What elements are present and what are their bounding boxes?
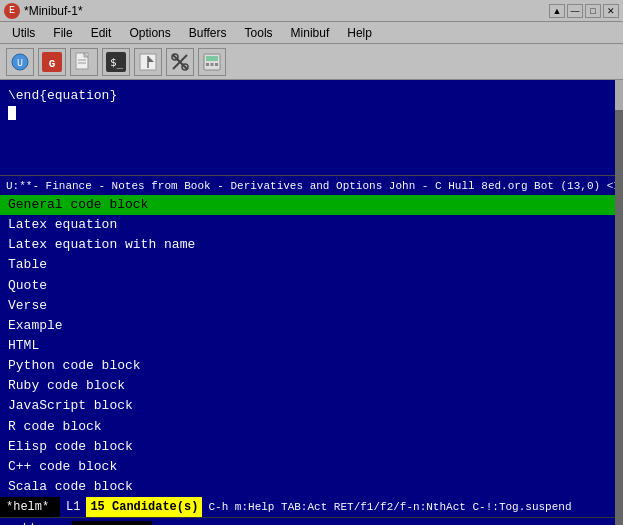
completion-item[interactable]: Table xyxy=(0,255,615,275)
title-bar: E *Minibuf-1* ▲ — □ ✕ xyxy=(0,0,623,22)
menu-utils[interactable]: Utils xyxy=(4,24,43,42)
file-toolbar-btn[interactable] xyxy=(70,48,98,76)
window-title: *Minibuf-1* xyxy=(24,4,83,18)
main-content: \end{equation} U:**- Finance - Notes fro… xyxy=(0,80,623,525)
completion-item[interactable]: R code block xyxy=(0,417,615,437)
svg-rect-20 xyxy=(211,63,214,66)
editor-line-1: \end{equation} xyxy=(8,86,609,106)
status-text: U:**- Finance - Notes from Book - Deriva… xyxy=(6,180,617,192)
scrollbar[interactable] xyxy=(615,80,623,525)
editor-line-2 xyxy=(8,106,609,127)
title-bar-left: E *Minibuf-1* xyxy=(4,3,83,19)
mini-status-bar: *helm* L1 15 Candidate(s) C-h m:Help TAB… xyxy=(0,497,623,517)
svg-rect-19 xyxy=(206,63,209,66)
key-hints: C-h m:Help TAB:Act RET/f1/f2/f-n:NthAct … xyxy=(202,501,623,513)
pattern-line[interactable]: pattern: xyxy=(0,517,623,525)
menu-options[interactable]: Options xyxy=(121,24,178,42)
menu-bar: Utils File Edit Options Buffers Tools Mi… xyxy=(0,22,623,44)
svg-rect-18 xyxy=(206,56,218,61)
status-bar: U:**- Finance - Notes from Book - Deriva… xyxy=(0,175,623,195)
menu-minibuf[interactable]: Minibuf xyxy=(283,24,338,42)
completion-item[interactable]: C++ code block xyxy=(0,457,615,477)
export-toolbar-btn[interactable] xyxy=(134,48,162,76)
svg-rect-21 xyxy=(215,63,218,66)
completion-item[interactable]: Scala code block xyxy=(0,477,615,497)
completion-item[interactable]: Latex equation with name xyxy=(0,235,615,255)
completion-list: General code blockLatex equationLatex eq… xyxy=(0,195,623,497)
app-icon: E xyxy=(4,3,20,19)
close-button[interactable]: ✕ xyxy=(603,4,619,18)
helm-line-number: L1 xyxy=(60,500,86,514)
completion-item[interactable]: Verse xyxy=(0,296,615,316)
svg-text:U: U xyxy=(17,58,23,69)
minimize-button[interactable]: ▲ xyxy=(549,4,565,18)
completion-item[interactable]: General code block xyxy=(0,195,615,215)
svg-text:G: G xyxy=(49,58,56,70)
menu-buffers[interactable]: Buffers xyxy=(181,24,235,42)
text-cursor xyxy=(8,106,16,120)
calculator-toolbar-btn[interactable] xyxy=(198,48,226,76)
svg-text:$_: $_ xyxy=(110,56,124,69)
menu-tools[interactable]: Tools xyxy=(237,24,281,42)
window-controls: ▲ — □ ✕ xyxy=(549,4,619,18)
completion-item[interactable]: JavaScript block xyxy=(0,396,615,416)
git-toolbar-btn[interactable]: G xyxy=(38,48,66,76)
menu-edit[interactable]: Edit xyxy=(83,24,120,42)
completion-item[interactable]: Elisp code block xyxy=(0,437,615,457)
completion-item[interactable]: Latex equation xyxy=(0,215,615,235)
scissors-toolbar-btn[interactable] xyxy=(166,48,194,76)
terminal-toolbar-btn[interactable]: $_ xyxy=(102,48,130,76)
completion-item[interactable]: Python code block xyxy=(0,356,615,376)
completion-item[interactable]: Example xyxy=(0,316,615,336)
minimize-button2[interactable]: — xyxy=(567,4,583,18)
helm-buffer-name: *helm* xyxy=(0,497,60,517)
maximize-button[interactable]: □ xyxy=(585,4,601,18)
completion-item[interactable]: Ruby code block xyxy=(0,376,615,396)
pattern-input[interactable] xyxy=(72,521,152,525)
editor-area[interactable]: \end{equation} xyxy=(0,80,623,175)
utils-toolbar-btn[interactable]: U xyxy=(6,48,34,76)
pattern-label: pattern: xyxy=(6,521,68,525)
toolbar: U G $_ xyxy=(0,44,623,80)
candidates-badge: 15 Candidate(s) xyxy=(86,497,202,517)
menu-help[interactable]: Help xyxy=(339,24,380,42)
completion-item[interactable]: Quote xyxy=(0,276,615,296)
menu-file[interactable]: File xyxy=(45,24,80,42)
completion-item[interactable]: HTML xyxy=(0,336,615,356)
